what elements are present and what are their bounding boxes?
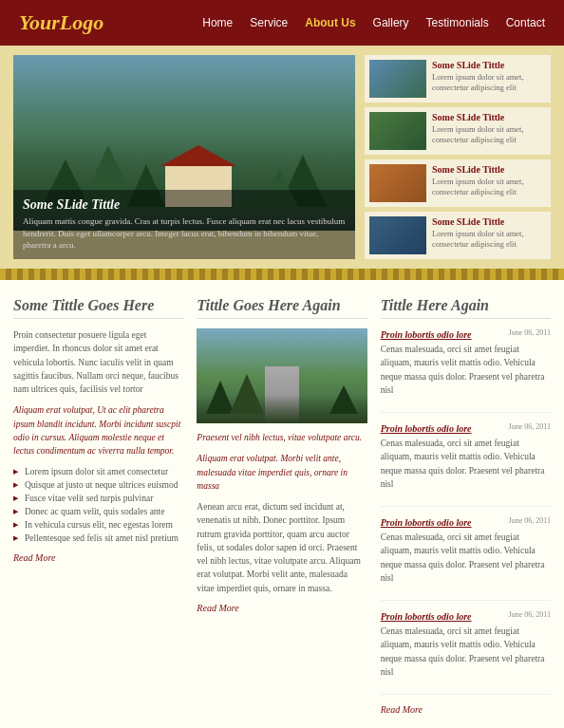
blog-title-2[interactable]: Proin lobortis odio lore bbox=[381, 423, 472, 434]
bullet-5: In vehicula cursus elit, nec egestas lor… bbox=[13, 518, 183, 532]
bullet-3: Fusce vitae velit sed turpis pulvinar bbox=[13, 492, 183, 505]
col2-caption1: Praesent vel nibh lectus, vitae volutpat… bbox=[197, 431, 367, 444]
col2-read-more[interactable]: Read More bbox=[197, 603, 367, 613]
thumb-title-2: Some SLide Tittle bbox=[432, 112, 546, 122]
thumb-item-4[interactable]: Some SLide Tittle Lorem ipsum dolor sit … bbox=[365, 212, 551, 259]
nav-service[interactable]: Service bbox=[250, 16, 288, 29]
nav-about[interactable]: About Us bbox=[305, 16, 355, 29]
nav-home[interactable]: Home bbox=[202, 16, 233, 29]
thumb-text-2: Some SLide Tittle Lorem ipsum dolor sit … bbox=[432, 112, 546, 150]
section-divider-1 bbox=[0, 269, 564, 280]
thumb-desc-4: Lorem ipsum dolor sit amet, consectetur … bbox=[432, 229, 546, 250]
hero-thumbs: Some SLide Tittle Lorem ipsum dolor sit … bbox=[365, 55, 551, 259]
col3-read-more[interactable]: Read More bbox=[381, 704, 551, 715]
thumb-title-3: Some SLide Tittle bbox=[432, 164, 546, 175]
blog-post-1: Proin lobortis odio lore June 06, 2011 C… bbox=[381, 328, 551, 413]
bullet-4: Donec ac quam velit, quis sodales ante bbox=[13, 505, 183, 518]
thumb-text-1: Some SLide Tittle Lorem ipsum dolor sit … bbox=[432, 60, 546, 98]
nav-testimonials[interactable]: Testimonials bbox=[426, 16, 489, 29]
col3: Tittle Here Again Proin lobortis odio lo… bbox=[381, 297, 551, 715]
col1: Some Tittle Goes Here Proin consectetur … bbox=[13, 297, 183, 715]
col2-para: Aenean arcu erat, dictum sed incidunt at… bbox=[197, 500, 367, 595]
thumb-desc-2: Lorem ipsum dolor sit amet, consectetur … bbox=[432, 124, 546, 145]
bullet-2: Quisque at justo ut neque ultrices euism… bbox=[13, 478, 183, 492]
col1-para2: Aliquam erat volutpat, Ut ac elit pharet… bbox=[13, 403, 183, 457]
nav-contact[interactable]: Contact bbox=[506, 16, 545, 29]
col1-bullets: Lorem ipsum dolor sit amet consectetur Q… bbox=[13, 465, 183, 545]
col2-image bbox=[197, 328, 367, 423]
hero-main: Some SLide Tittle Aliquam mattis congue … bbox=[13, 55, 355, 259]
thumb-text-4: Some SLide Tittle Lorem ipsum dolor sit … bbox=[432, 216, 546, 254]
blog-date-1: June 06, 2011 bbox=[509, 328, 551, 337]
blog-date-2: June 06, 2011 bbox=[509, 422, 551, 431]
main-content: Some Tittle Goes Here Proin consectetur … bbox=[0, 280, 564, 728]
blog-title-3[interactable]: Proin lobortis odio lore bbox=[381, 517, 472, 528]
thumb-desc-3: Lorem ipsum dolor sit amet, consectetur … bbox=[432, 177, 546, 197]
col1-title: Some Tittle Goes Here bbox=[13, 297, 183, 319]
thumb-image-2 bbox=[369, 112, 426, 150]
thumb-item-3[interactable]: Some SLide Tittle Lorem ipsum dolor sit … bbox=[365, 159, 551, 207]
col2-caption2: Aliquam erat volutpat. Morbi velit ante,… bbox=[197, 452, 367, 493]
bullet-6: Pellentesque sed felis sit amet nisl pre… bbox=[13, 532, 183, 545]
blog-date-3: June 06, 2011 bbox=[509, 516, 551, 525]
hero-caption: Some SLide Tittle Aliquam mattis congue … bbox=[13, 190, 355, 259]
blog-desc-4: Cenas malesuada, orci sit amet feugiat a… bbox=[381, 625, 551, 679]
blog-post-2: Proin lobortis odio lore June 06, 2011 C… bbox=[381, 422, 551, 507]
blog-post-4: Proin lobortis odio lore June 06, 2011 C… bbox=[381, 610, 551, 695]
logo: YourLogo bbox=[19, 10, 202, 35]
thumb-item-1[interactable]: Some SLide Tittle Lorem ipsum dolor sit … bbox=[365, 55, 551, 103]
col3-title: Tittle Here Again bbox=[381, 297, 551, 319]
thumb-image-4 bbox=[369, 216, 426, 254]
hero-section: Some SLide Tittle Aliquam mattis congue … bbox=[0, 46, 564, 269]
thumb-title-1: Some SLide Tittle bbox=[432, 60, 546, 70]
col2-title: Tittle Goes Here Again bbox=[197, 297, 367, 319]
blog-desc-2: Cenas malesuada, orci sit amet feugiat a… bbox=[381, 437, 551, 491]
blog-date-4: June 06, 2011 bbox=[509, 610, 551, 619]
header: YourLogo Home Service About Us Gallery T… bbox=[0, 0, 564, 46]
thumb-desc-1: Lorem ipsum dolor sit amet, consectetur … bbox=[432, 72, 546, 93]
hero-title: Some SLide Tittle bbox=[23, 197, 346, 213]
thumb-title-4: Some SLide Tittle bbox=[432, 216, 546, 227]
bullet-1: Lorem ipsum dolor sit amet consectetur bbox=[13, 465, 183, 478]
thumb-text-3: Some SLide Tittle Lorem ipsum dolor sit … bbox=[432, 164, 546, 202]
thumb-image-1 bbox=[369, 60, 426, 98]
blog-title-1[interactable]: Proin lobortis odio lore bbox=[381, 329, 472, 340]
main-nav: Home Service About Us Gallery Testimonia… bbox=[202, 16, 545, 29]
blog-post-3: Proin lobortis odio lore June 06, 2011 C… bbox=[381, 516, 551, 601]
nav-gallery[interactable]: Gallery bbox=[373, 16, 409, 29]
blog-desc-1: Cenas malesuada, orci sit amet feugiat a… bbox=[381, 343, 551, 397]
thumb-item-2[interactable]: Some SLide Tittle Lorem ipsum dolor sit … bbox=[365, 107, 551, 155]
col2: Tittle Goes Here Again Praesent vel nibh… bbox=[197, 297, 367, 715]
blog-desc-3: Cenas malesuada, orci sit amet feugiat a… bbox=[381, 531, 551, 585]
thumb-image-3 bbox=[369, 164, 426, 202]
col1-para1: Proin consectetur posuere ligula eget im… bbox=[13, 328, 183, 396]
blog-title-4[interactable]: Proin lobortis odio lore bbox=[381, 611, 472, 622]
col1-read-more[interactable]: Read More bbox=[13, 552, 183, 563]
hero-text: Aliquam mattis congue gravida. Cras at t… bbox=[23, 215, 346, 252]
